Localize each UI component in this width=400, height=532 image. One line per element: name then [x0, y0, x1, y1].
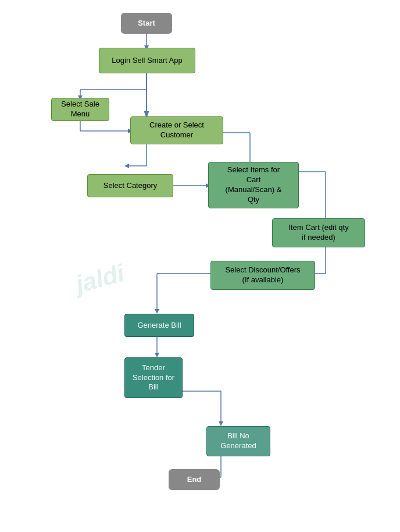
- select-sale-node: Select SaleMenu: [51, 98, 109, 121]
- svg-marker-15: [124, 164, 129, 168]
- generate-bill-node: Generate Bill: [124, 314, 194, 337]
- svg-marker-33: [155, 353, 159, 357]
- create-customer-node: Create or SelectCustomer: [130, 116, 223, 144]
- end-node: End: [169, 469, 220, 490]
- item-cart-node: Item Cart (edit qtyif needed): [272, 218, 365, 247]
- select-discount-node: Select Discount/Offers(If available): [210, 261, 315, 290]
- svg-marker-36: [219, 421, 223, 426]
- select-category-node: Select Category: [87, 174, 173, 197]
- bill-no-node: Bill NoGenerated: [206, 426, 270, 456]
- select-items-node: Select Items forCart(Manual/Scan) &Qty: [208, 162, 299, 208]
- login-node: Login Sell Smart App: [99, 48, 195, 73]
- watermark: jaldi: [73, 259, 127, 299]
- start-node: Start: [121, 13, 172, 34]
- diagram: jaldi Start Login Sell Smart App Select …: [0, 0, 400, 512]
- tender-selection-node: TenderSelection forBill: [124, 357, 183, 398]
- flow-arrows: [0, 0, 400, 512]
- svg-marker-31: [155, 309, 159, 314]
